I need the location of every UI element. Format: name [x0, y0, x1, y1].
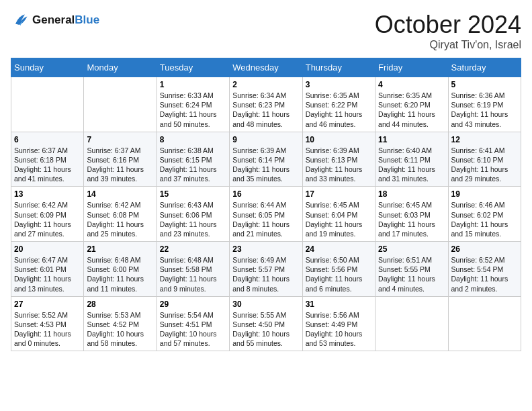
calendar-cell: 25Sunrise: 6:51 AM Sunset: 5:55 PM Dayli…: [375, 242, 448, 297]
calendar-cell: 23Sunrise: 6:49 AM Sunset: 5:57 PM Dayli…: [230, 242, 302, 297]
day-number: 14: [87, 189, 153, 199]
day-info: Sunrise: 6:33 AM Sunset: 6:24 PM Dayligh…: [160, 91, 226, 129]
calendar-cell: [375, 296, 448, 351]
day-info: Sunrise: 6:42 AM Sunset: 6:09 PM Dayligh…: [14, 200, 81, 238]
calendar-cell: 26Sunrise: 6:52 AM Sunset: 5:54 PM Dayli…: [448, 242, 521, 297]
day-number: 13: [14, 189, 81, 199]
day-number: 28: [87, 300, 153, 309]
logo: GeneralBlue: [11, 11, 99, 30]
week-row-1: 6Sunrise: 6:37 AM Sunset: 6:18 PM Daylig…: [11, 132, 521, 187]
day-number: 20: [14, 244, 81, 254]
day-info: Sunrise: 6:52 AM Sunset: 5:54 PM Dayligh…: [451, 255, 518, 293]
day-info: Sunrise: 6:42 AM Sunset: 6:08 PM Dayligh…: [87, 200, 153, 238]
calendar-cell: 9Sunrise: 6:39 AM Sunset: 6:14 PM Daylig…: [230, 132, 302, 187]
day-info: Sunrise: 6:51 AM Sunset: 5:55 PM Dayligh…: [378, 255, 445, 293]
calendar-cell: 20Sunrise: 6:47 AM Sunset: 6:01 PM Dayli…: [11, 242, 84, 297]
calendar-cell: 1Sunrise: 6:33 AM Sunset: 6:24 PM Daylig…: [157, 77, 229, 132]
calendar-cell: 14Sunrise: 6:42 AM Sunset: 6:08 PM Dayli…: [84, 187, 157, 242]
day-info: Sunrise: 6:48 AM Sunset: 5:58 PM Dayligh…: [160, 255, 226, 293]
day-number: 31: [306, 300, 372, 309]
calendar-cell: 12Sunrise: 6:41 AM Sunset: 6:10 PM Dayli…: [448, 132, 521, 187]
day-number: 2: [232, 80, 299, 89]
calendar-cell: 3Sunrise: 6:35 AM Sunset: 6:22 PM Daylig…: [302, 77, 375, 132]
calendar-cell: 22Sunrise: 6:48 AM Sunset: 5:58 PM Dayli…: [157, 242, 229, 297]
day-number: 17: [306, 189, 372, 199]
calendar-cell: 16Sunrise: 6:44 AM Sunset: 6:05 PM Dayli…: [230, 187, 302, 242]
logo-text: GeneralBlue: [32, 13, 99, 27]
day-number: 24: [306, 244, 372, 254]
month-title: October 2024: [375, 11, 521, 39]
day-number: 1: [160, 80, 226, 89]
col-header-wednesday: Wednesday: [230, 58, 302, 77]
day-info: Sunrise: 5:56 AM Sunset: 4:49 PM Dayligh…: [306, 310, 372, 349]
day-number: 6: [14, 135, 81, 144]
day-info: Sunrise: 5:54 AM Sunset: 4:51 PM Dayligh…: [160, 310, 226, 349]
logo-bird-icon: [11, 11, 30, 30]
day-info: Sunrise: 6:38 AM Sunset: 6:15 PM Dayligh…: [160, 146, 226, 184]
page-header: GeneralBlue October 2024 Qiryat Tiv'on, …: [11, 11, 521, 51]
day-number: 18: [378, 189, 445, 199]
day-number: 26: [451, 244, 518, 254]
day-info: Sunrise: 6:49 AM Sunset: 5:57 PM Dayligh…: [232, 255, 299, 293]
calendar-cell: 21Sunrise: 6:48 AM Sunset: 6:00 PM Dayli…: [84, 242, 157, 297]
day-number: 10: [306, 135, 372, 144]
calendar-cell: 27Sunrise: 5:52 AM Sunset: 4:53 PM Dayli…: [11, 296, 84, 351]
day-number: 7: [87, 135, 153, 144]
day-info: Sunrise: 6:47 AM Sunset: 6:01 PM Dayligh…: [14, 255, 81, 293]
day-number: 21: [87, 244, 153, 254]
day-number: 12: [451, 135, 518, 144]
calendar-cell: 10Sunrise: 6:39 AM Sunset: 6:13 PM Dayli…: [302, 132, 375, 187]
week-row-3: 20Sunrise: 6:47 AM Sunset: 6:01 PM Dayli…: [11, 242, 521, 297]
calendar-cell: [84, 77, 157, 132]
calendar-cell: 28Sunrise: 5:53 AM Sunset: 4:52 PM Dayli…: [84, 296, 157, 351]
col-header-sunday: Sunday: [11, 58, 84, 77]
calendar-cell: 11Sunrise: 6:40 AM Sunset: 6:11 PM Dayli…: [375, 132, 448, 187]
day-number: 3: [306, 80, 372, 89]
day-number: 15: [160, 189, 226, 199]
location: Qiryat Tiv'on, Israel: [375, 39, 521, 51]
calendar-cell: 19Sunrise: 6:46 AM Sunset: 6:02 PM Dayli…: [448, 187, 521, 242]
day-number: 29: [160, 300, 226, 309]
day-number: 22: [160, 244, 226, 254]
calendar-cell: 17Sunrise: 6:45 AM Sunset: 6:04 PM Dayli…: [302, 187, 375, 242]
calendar-cell: 6Sunrise: 6:37 AM Sunset: 6:18 PM Daylig…: [11, 132, 84, 187]
day-number: 27: [14, 300, 81, 309]
calendar-table: SundayMondayTuesdayWednesdayThursdayFrid…: [11, 58, 521, 351]
week-row-4: 27Sunrise: 5:52 AM Sunset: 4:53 PM Dayli…: [11, 296, 521, 351]
calendar-cell: 4Sunrise: 6:35 AM Sunset: 6:20 PM Daylig…: [375, 77, 448, 132]
col-header-monday: Monday: [84, 58, 157, 77]
day-number: 5: [451, 80, 518, 89]
col-header-thursday: Thursday: [302, 58, 375, 77]
calendar-cell: 8Sunrise: 6:38 AM Sunset: 6:15 PM Daylig…: [157, 132, 229, 187]
day-info: Sunrise: 6:45 AM Sunset: 6:03 PM Dayligh…: [378, 200, 445, 238]
day-info: Sunrise: 6:39 AM Sunset: 6:14 PM Dayligh…: [232, 146, 299, 184]
day-number: 25: [378, 244, 445, 254]
day-info: Sunrise: 6:36 AM Sunset: 6:19 PM Dayligh…: [451, 91, 518, 129]
day-info: Sunrise: 6:44 AM Sunset: 6:05 PM Dayligh…: [232, 200, 299, 238]
calendar-cell: 5Sunrise: 6:36 AM Sunset: 6:19 PM Daylig…: [448, 77, 521, 132]
day-info: Sunrise: 5:53 AM Sunset: 4:52 PM Dayligh…: [87, 310, 153, 349]
day-number: 9: [232, 135, 299, 144]
day-number: 8: [160, 135, 226, 144]
day-info: Sunrise: 6:39 AM Sunset: 6:13 PM Dayligh…: [306, 146, 372, 184]
day-info: Sunrise: 6:45 AM Sunset: 6:04 PM Dayligh…: [306, 200, 372, 238]
day-info: Sunrise: 6:34 AM Sunset: 6:23 PM Dayligh…: [232, 91, 299, 129]
calendar-cell: 2Sunrise: 6:34 AM Sunset: 6:23 PM Daylig…: [230, 77, 302, 132]
day-info: Sunrise: 6:50 AM Sunset: 5:56 PM Dayligh…: [306, 255, 372, 293]
day-info: Sunrise: 6:40 AM Sunset: 6:11 PM Dayligh…: [378, 146, 445, 184]
day-info: Sunrise: 6:41 AM Sunset: 6:10 PM Dayligh…: [451, 146, 518, 184]
day-number: 19: [451, 189, 518, 199]
calendar-cell: 31Sunrise: 5:56 AM Sunset: 4:49 PM Dayli…: [302, 296, 375, 351]
week-row-2: 13Sunrise: 6:42 AM Sunset: 6:09 PM Dayli…: [11, 187, 521, 242]
calendar-cell: 30Sunrise: 5:55 AM Sunset: 4:50 PM Dayli…: [230, 296, 302, 351]
col-header-saturday: Saturday: [448, 58, 521, 77]
day-number: 23: [232, 244, 299, 254]
calendar-header-row: SundayMondayTuesdayWednesdayThursdayFrid…: [11, 58, 521, 77]
day-info: Sunrise: 6:37 AM Sunset: 6:18 PM Dayligh…: [14, 146, 81, 184]
calendar-cell: [448, 296, 521, 351]
calendar-cell: 15Sunrise: 6:43 AM Sunset: 6:06 PM Dayli…: [157, 187, 229, 242]
day-number: 11: [378, 135, 445, 144]
day-info: Sunrise: 5:55 AM Sunset: 4:50 PM Dayligh…: [232, 310, 299, 349]
day-info: Sunrise: 6:48 AM Sunset: 6:00 PM Dayligh…: [87, 255, 153, 293]
col-header-tuesday: Tuesday: [157, 58, 229, 77]
